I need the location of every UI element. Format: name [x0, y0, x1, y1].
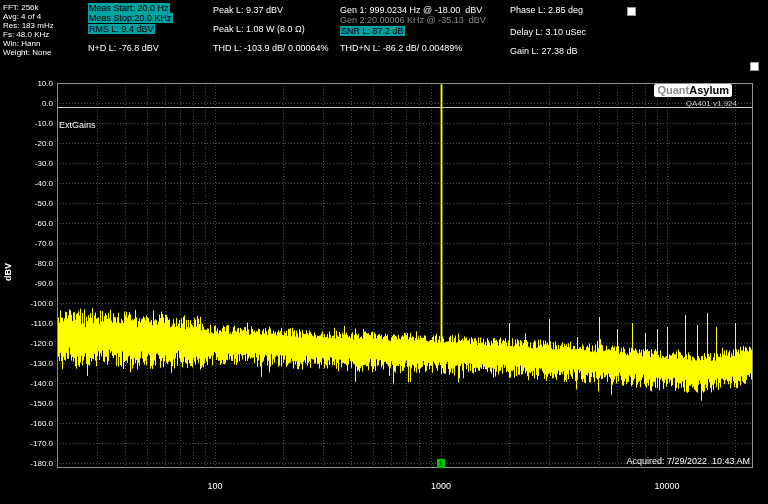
spectrum-plot-canvas[interactable] — [0, 0, 768, 504]
logo-quant-text: Quant — [657, 84, 689, 96]
y-axis-title: dBV — [3, 252, 13, 292]
quantasylum-logo: QuantAsylum — [654, 84, 732, 97]
generator-frequency-marker[interactable]: 1 — [437, 459, 445, 468]
logo-asylum-text: Asylum — [689, 84, 729, 96]
qa401-analyzer-window: FFT: 256k Avg: 4 of 4 Res: 183 mHz Fs: 4… — [0, 0, 768, 504]
firmware-version-label: QA401 v1.924 — [686, 99, 737, 108]
acquired-timestamp: Acquired: 7/29/2022 10:43 AM — [626, 456, 750, 466]
ext-gains-label: ExtGains — [59, 120, 96, 130]
